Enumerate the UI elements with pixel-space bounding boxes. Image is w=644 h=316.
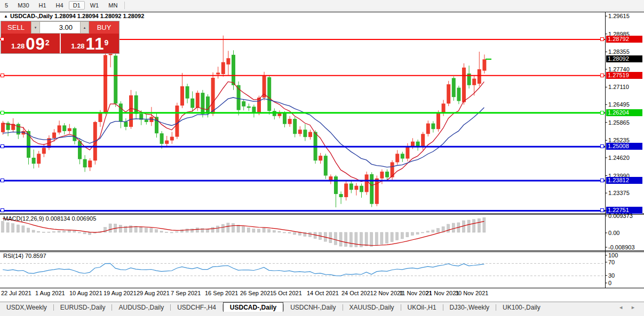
date-axis-label: 21 Nov 2021 xyxy=(426,290,459,296)
tab-xauusd-daily[interactable]: XAUUSD-,Daily xyxy=(343,302,401,312)
macd-histogram-bar xyxy=(288,232,291,233)
candle-body xyxy=(221,62,225,74)
tab-audusd-daily[interactable]: AUDUSD-,Daily xyxy=(112,302,170,312)
macd-histogram-bar xyxy=(165,232,168,233)
macd-histogram-bar xyxy=(452,223,455,232)
sell-price[interactable]: 1.28 09 2 xyxy=(1,34,61,53)
macd-histogram-bar xyxy=(411,232,414,236)
chart-title: ▲USDCAD-,Daily 1.28094 1.28094 1.28092 1… xyxy=(4,13,144,19)
candle-body xyxy=(165,141,169,144)
line-handle[interactable] xyxy=(600,111,604,115)
line-handle[interactable] xyxy=(600,144,604,148)
price-tag: 1.26204 xyxy=(606,109,642,116)
macd-histogram-bar xyxy=(83,232,86,234)
candle-body xyxy=(401,154,404,159)
sell-price-base: 1.28 xyxy=(11,41,25,52)
tab-uk100-daily[interactable]: UK100-,Daily xyxy=(496,302,547,312)
candle-body xyxy=(196,93,200,108)
line-handle[interactable] xyxy=(600,179,604,182)
price-tag: 1.28092 xyxy=(606,55,642,62)
macd-histogram-bar xyxy=(437,229,440,232)
macd-histogram-bar xyxy=(68,231,70,232)
tab-usdcad-daily[interactable]: USDCAD-,Daily xyxy=(223,302,283,312)
candle-body xyxy=(431,124,435,129)
line-handle[interactable] xyxy=(600,208,604,212)
rsi-line xyxy=(3,263,484,276)
line-handle[interactable] xyxy=(1,111,4,115)
tab-scroll-right-icon[interactable]: ► xyxy=(631,305,635,310)
macd-histogram-bar xyxy=(211,228,214,232)
candle-body xyxy=(257,98,261,112)
buy-price[interactable]: 1.28 11 9 xyxy=(61,34,120,53)
line-handle[interactable] xyxy=(1,74,4,77)
tab-ukoil-h1[interactable]: UKOil-,H1 xyxy=(401,302,443,312)
candle-body xyxy=(303,129,307,137)
date-axis-label: 14 Oct 2021 xyxy=(307,290,339,296)
line-handle[interactable] xyxy=(1,179,4,182)
candle-body xyxy=(114,55,117,103)
macd-histogram-bar xyxy=(349,232,352,247)
volume-down-spinner[interactable]: ▾ xyxy=(31,21,40,34)
candle-body xyxy=(104,55,107,112)
tab-eurusd-daily[interactable]: EURUSD-,Daily xyxy=(54,302,112,312)
macd-histogram-bar xyxy=(17,225,19,232)
date-axis-label: 7 Sep 2021 xyxy=(171,290,201,296)
candle-body xyxy=(349,183,353,190)
macd-histogram-bar xyxy=(478,218,480,232)
price-axis-label: 1.24620 xyxy=(608,155,630,161)
macd-axis-label: 0.009373 xyxy=(608,213,633,219)
line-handle[interactable] xyxy=(1,208,4,212)
tab-scroll-left-icon[interactable]: ◄ xyxy=(618,305,623,310)
candle-body xyxy=(360,186,363,192)
tab-usdcnh-daily[interactable]: USDCNH-,Daily xyxy=(284,302,342,312)
buy-button[interactable]: BUY xyxy=(89,21,119,34)
volume-input[interactable]: 3.00 xyxy=(40,21,80,34)
line-handle[interactable] xyxy=(600,37,604,41)
macd-label: MACD(12,26,9) 0.008134 0.006905 xyxy=(3,215,96,222)
line-handle[interactable] xyxy=(600,74,604,77)
macd-histogram-bar xyxy=(53,232,55,232)
macd-histogram-bar xyxy=(12,223,14,232)
tab-dj30-weekly[interactable]: DJ30-,Weekly xyxy=(443,302,496,312)
macd-histogram-bar xyxy=(27,228,30,232)
tab-usdchf-h4[interactable]: USDCHF-,H4 xyxy=(171,302,222,312)
candle-body xyxy=(267,77,271,111)
price-tag: 1.23812 xyxy=(606,177,642,184)
buy-price-pip: 9 xyxy=(104,35,108,51)
candle-body xyxy=(344,183,348,197)
one-click-trade-panel: SELL ▾ 3.00 ▴ BUY 1.28 09 2 1.28 11 9 xyxy=(1,21,119,53)
collapse-icon[interactable]: ▲ xyxy=(4,14,8,19)
macd-histogram-bar xyxy=(293,232,296,234)
candle-body xyxy=(52,133,56,139)
macd-histogram-bar xyxy=(89,232,91,234)
candle-body xyxy=(232,55,235,85)
candle-body xyxy=(324,156,328,175)
volume-up-spinner[interactable]: ▴ xyxy=(80,21,89,34)
candle-body xyxy=(277,113,281,116)
candle-body xyxy=(426,124,430,134)
candle-body xyxy=(145,120,148,122)
macd-histogram-bar xyxy=(32,230,35,232)
sell-button[interactable]: SELL xyxy=(1,21,31,34)
price-axis-label: 1.25865 xyxy=(608,119,630,126)
candle-body xyxy=(293,119,297,134)
macd-histogram-bar xyxy=(47,232,50,232)
macd-histogram-bar xyxy=(37,231,40,232)
line-handle[interactable] xyxy=(1,144,4,148)
candle-body xyxy=(68,128,71,131)
candle-body xyxy=(375,179,379,204)
line-handle[interactable] xyxy=(1,37,4,41)
symbol-tab-bar: USDX,WeeklyEURUSD-,DailyAUDUSD-,DailyUSD… xyxy=(0,302,644,312)
macd-histogram-bar xyxy=(345,232,347,247)
candle-body xyxy=(436,113,440,129)
macd-histogram-bar xyxy=(386,232,388,244)
macd-histogram-bar xyxy=(247,228,250,232)
candle-body xyxy=(78,141,82,159)
macd-histogram-bar xyxy=(196,228,198,232)
macd-histogram-bar xyxy=(298,232,301,236)
tab-usdx-weekly[interactable]: USDX,Weekly xyxy=(0,302,53,312)
price-axis-label: 1.27110 xyxy=(608,84,629,90)
macd-histogram-bar xyxy=(432,230,434,232)
candle-body xyxy=(380,172,384,179)
candle-body xyxy=(288,119,292,124)
